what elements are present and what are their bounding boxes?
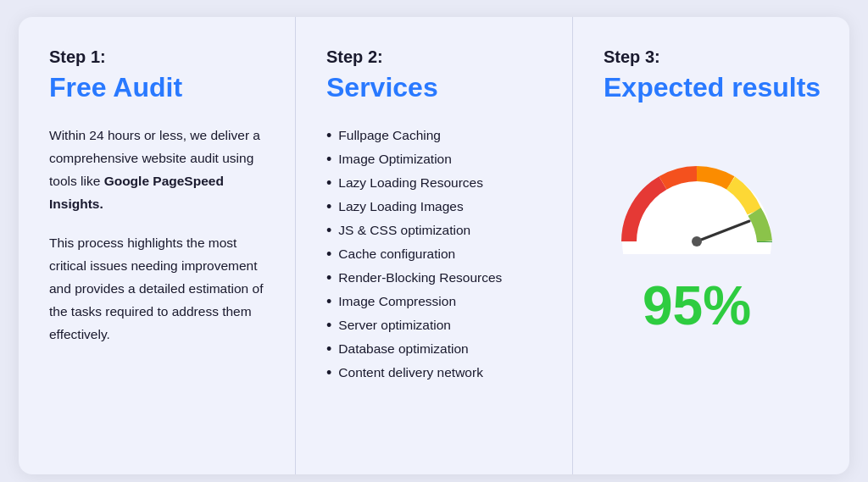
- step3-label: Step 3:: [604, 47, 660, 67]
- gauge-percent: 95%: [643, 274, 751, 337]
- service-item: Cache configuration: [326, 242, 545, 266]
- step2-column: Step 2: Services Fullpage CachingImage O…: [295, 17, 572, 474]
- step1-title: Free Audit: [49, 72, 268, 103]
- services-list: Fullpage CachingImage OptimizationLazy L…: [326, 124, 545, 385]
- speedometer: [604, 144, 790, 254]
- step2-title: Services: [326, 72, 545, 103]
- step2-label: Step 2:: [326, 47, 545, 67]
- service-item: Image Optimization: [326, 147, 545, 171]
- service-item: Database optimization: [326, 337, 545, 361]
- service-item: JS & CSS optimization: [326, 219, 545, 242]
- step3-title: Expected results: [604, 72, 821, 103]
- step1-label: Step 1:: [49, 47, 268, 67]
- step1-column: Step 1: Free Audit Within 24 hours or le…: [19, 17, 295, 474]
- step1-desc1: Within 24 hours or less, we deliver a co…: [49, 124, 268, 216]
- service-item: Render-Blocking Resources: [326, 266, 545, 290]
- service-item: Lazy Loading Resources: [326, 171, 545, 195]
- service-item: Image Compression: [326, 290, 545, 313]
- step3-column: Step 3: Expected results: [572, 17, 849, 474]
- service-item: Fullpage Caching: [326, 124, 545, 147]
- svg-point-3: [692, 236, 702, 247]
- step1-desc2: This process highlights the most critica…: [49, 231, 268, 346]
- service-item: Server optimization: [326, 313, 545, 337]
- service-item: Lazy Loading Images: [326, 195, 545, 219]
- gauge-container: 95%: [604, 144, 790, 337]
- main-card: Step 1: Free Audit Within 24 hours or le…: [19, 17, 849, 474]
- service-item: Content delivery network: [326, 361, 545, 385]
